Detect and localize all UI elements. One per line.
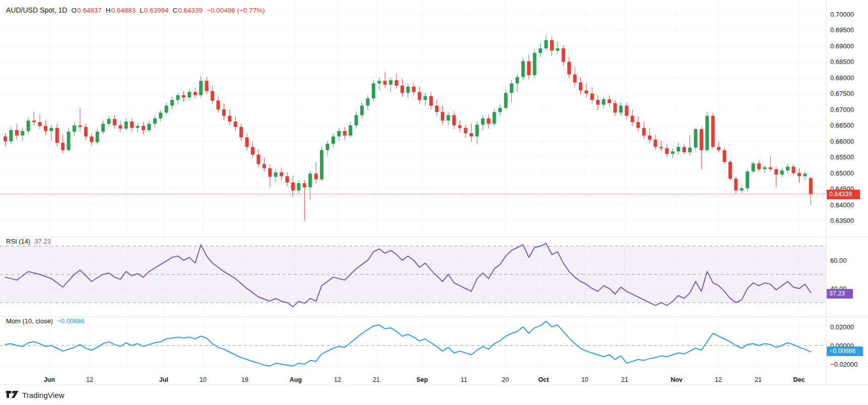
svg-text:0.68500: 0.68500 [830,58,854,66]
svg-text:−0.02000: −0.02000 [830,361,858,368]
svg-text:0.66000: 0.66000 [830,138,854,145]
svg-text:0.66500: 0.66500 [830,122,854,129]
svg-text:Aug: Aug [290,376,302,383]
momentum-title[interactable]: Mom (10, close) [6,317,53,325]
svg-text:0.65500: 0.65500 [830,153,854,161]
rsi-indicator-legend[interactable]: RSI (14) 37.23 [6,238,51,245]
svg-text:0.70000: 0.70000 [830,11,854,18]
svg-text:Oct: Oct [539,376,550,383]
svg-text:Sep: Sep [417,376,428,383]
svg-text:19: 19 [241,376,248,383]
rsi-last-value-badge: 37.23 [827,289,853,299]
svg-text:0.67000: 0.67000 [830,106,854,113]
svg-text:Nov: Nov [671,376,683,383]
svg-text:20: 20 [502,376,509,383]
svg-text:10: 10 [199,376,207,383]
svg-text:0.63500: 0.63500 [830,217,854,224]
chart-canvas[interactable]: 0.700000.695000.690000.685000.680000.675… [0,0,868,405]
high-value: H0.64883 [106,7,136,14]
low-value: L0.63994 [140,7,168,14]
svg-text:12: 12 [715,376,722,383]
rsi-title[interactable]: RSI (14) [6,238,30,245]
svg-text:0.67500: 0.67500 [830,90,854,97]
tradingview-logo-icon [6,390,19,399]
svg-text:0.68000: 0.68000 [830,74,854,82]
svg-text:60.00: 60.00 [830,257,847,264]
svg-text:11: 11 [461,376,468,383]
symbol-ohlc-legend[interactable]: AUD/USD Spot, 1D O0.64837 H0.64883 L0.63… [6,6,265,14]
tradingview-logo-text: TradingView [22,391,64,399]
svg-text:0.69000: 0.69000 [830,42,854,50]
last-price-badge: 0.64339 [827,190,860,199]
svg-text:21: 21 [621,376,628,383]
svg-text:12: 12 [334,376,341,383]
svg-text:21: 21 [755,376,762,383]
svg-text:0.02000: 0.02000 [830,323,854,331]
svg-text:Jun: Jun [44,376,55,383]
tradingview-logo[interactable]: TradingView [6,390,64,399]
open-value: O0.64837 [71,7,101,14]
symbol-title[interactable]: AUD/USD Spot, 1D [6,6,67,14]
svg-text:Jul: Jul [159,376,168,383]
svg-text:12: 12 [86,376,93,383]
svg-text:0.65000: 0.65000 [830,169,854,177]
momentum-last-value-badge: −0.00686 [827,346,863,356]
trading-chart-app: 0.700000.695000.690000.685000.680000.675… [0,0,868,405]
momentum-indicator-legend[interactable]: Mom (10, close) −0.00686 [6,317,85,325]
close-value: C0.64339 [173,7,203,14]
svg-text:21: 21 [373,376,380,383]
svg-text:Dec: Dec [793,376,805,383]
svg-text:0.64000: 0.64000 [830,201,854,209]
change-value: −0.00498 (−0.77%) [207,7,265,14]
svg-text:10: 10 [581,376,588,383]
svg-text:0.69500: 0.69500 [830,26,854,34]
momentum-value: −0.00686 [57,317,85,325]
rsi-value: 37.23 [34,238,51,245]
